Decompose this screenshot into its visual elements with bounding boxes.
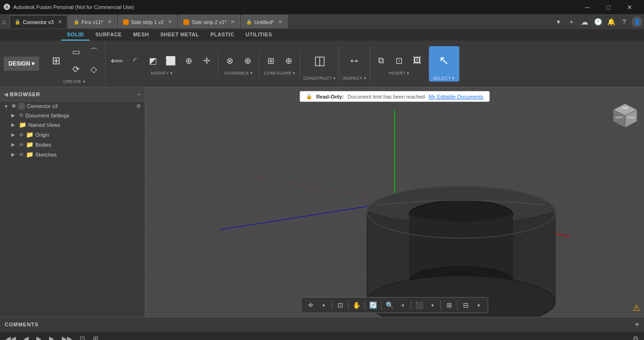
display-dropdown[interactable]: ▾ (427, 299, 439, 311)
tab-connector-label: Connector v3 (23, 19, 53, 25)
browser-sketches[interactable]: ▶ 👁 📁 Sketches (0, 149, 145, 159)
ribbon-tab-utilities[interactable]: UTILITIES (240, 29, 278, 41)
origin-eye-icon[interactable]: 👁 (19, 132, 24, 138)
tab-fins[interactable]: 🔒 Fins v11* ✕ (68, 15, 117, 28)
shell-button[interactable]: ⬜ (162, 52, 179, 69)
joint-button[interactable]: ⊗ (221, 52, 238, 69)
extrude-button[interactable]: ▭ (67, 43, 84, 60)
user-avatar[interactable]: 👤 (632, 17, 642, 27)
zoom-dropdown[interactable]: ▾ (397, 299, 409, 311)
root-visibility-icon[interactable]: 👁 (11, 103, 17, 109)
assemble-label[interactable]: ASSEMBLE ▾ (224, 71, 253, 75)
tab-sidestrip2[interactable]: Side strip 2 v1* ✕ (178, 15, 240, 28)
home-icon[interactable]: ⌂ (2, 18, 6, 25)
notifications-icon[interactable]: 🔔 (605, 16, 617, 27)
browser-named-views[interactable]: ▶ 📁 Named Views (0, 120, 145, 130)
timeline-icon1[interactable]: ⊡ (78, 334, 87, 340)
insert-btn3[interactable]: 🖼 (409, 52, 426, 69)
construct-label[interactable]: CONSTRUCT ▾ (303, 76, 336, 81)
joint-origin-button[interactable]: ⊕ (239, 52, 256, 69)
select-main-button[interactable]: ↖ (432, 47, 456, 75)
tab-untitled[interactable]: 🔒 Untitled* ✕ (241, 15, 288, 28)
editable-documents-link[interactable]: My Editable Documents (429, 94, 483, 100)
nav-cube-svg[interactable]: TOP FRONT RIGHT (611, 101, 639, 130)
minimize-button[interactable]: ─ (577, 0, 598, 14)
next-frame-button[interactable]: ▶ (47, 334, 56, 340)
first-frame-button[interactable]: ◀◀ (4, 334, 18, 340)
modify-label[interactable]: MODIFY ▾ (151, 71, 173, 75)
inspect-label[interactable]: INSPECT ▾ (342, 76, 366, 81)
create-label[interactable]: CREATE ▾ (63, 79, 85, 84)
play-button[interactable]: ▶ (34, 334, 43, 340)
select-main-icon: ↖ (439, 53, 449, 68)
display-mode-button[interactable]: ⬛ (413, 299, 426, 311)
effects-button[interactable]: ⊟ (460, 299, 472, 311)
viewport[interactable]: 🔒 Read-Only: Document limit has been rea… (145, 87, 644, 317)
pan-button[interactable]: ✋ (351, 299, 363, 311)
cloud-icon[interactable]: ☁ (579, 16, 590, 27)
insert-btn1[interactable]: ⧉ (373, 52, 390, 69)
help-icon[interactable]: ? (619, 16, 630, 27)
timeline-icon2[interactable]: ⊞ (91, 334, 100, 340)
orbit-look-button[interactable]: 🔄 (367, 299, 380, 311)
bodies-eye-icon[interactable]: 👁 (19, 142, 24, 148)
tab-sidestrip1[interactable]: Side strip 1 v2 ✕ (118, 15, 178, 28)
revolve-button[interactable]: ⟳ (67, 61, 84, 78)
tab-connector-close[interactable]: ✕ (58, 19, 62, 25)
history-icon[interactable]: 🕐 (592, 16, 603, 27)
bodies-label: Bodies (35, 142, 51, 148)
browser-root-options[interactable]: ⚙ (136, 103, 141, 109)
ribbon-tab-sheetmetal[interactable]: SHEET METAL (155, 29, 205, 41)
insert-btn2[interactable]: ⊡ (391, 52, 408, 69)
sketches-eye-icon[interactable]: 👁 (19, 152, 24, 158)
design-dropdown-button[interactable]: DESIGN ▾ (4, 57, 39, 71)
move-button[interactable]: ✛ (198, 52, 215, 69)
select-label[interactable]: SELECT ▾ (433, 76, 455, 81)
browser-back-icon[interactable]: ◀ (4, 91, 8, 98)
prev-frame-button[interactable]: ◀ (22, 334, 31, 340)
construct-main-icon: ◫ (314, 53, 326, 68)
fillet-button[interactable]: ◜ (126, 52, 143, 69)
ribbon-tab-plastic[interactable]: PLASTIC (205, 29, 240, 41)
grid-button[interactable]: ⊞ (443, 299, 455, 311)
configure-btn1[interactable]: ⊞ (262, 52, 279, 69)
settings-gear-icon-status[interactable]: ⚙ (631, 334, 640, 340)
tab-dropdown-button[interactable]: ▾ (553, 16, 564, 27)
browser-origin[interactable]: ▶ 👁 📁 Origin (0, 130, 145, 140)
maximize-button[interactable]: □ (598, 0, 619, 14)
tab-untitled-close[interactable]: ✕ (278, 19, 282, 25)
inspect-main-button[interactable]: ↔ (342, 47, 367, 75)
press-pull-button[interactable]: ⟸ (108, 52, 125, 69)
orbit-button[interactable]: ✛ (305, 299, 317, 311)
ribbon: SOLID SURFACE MESH SHEET METAL PLASTIC U… (0, 29, 644, 87)
construct-main-button[interactable]: ◫ (307, 47, 332, 75)
browser-root-item[interactable]: ▼ 👁 Connector v3 ⚙ (0, 101, 145, 111)
insert-label[interactable]: INSERT ▾ (389, 71, 410, 75)
ribbon-tab-surface[interactable]: SURFACE (90, 29, 127, 41)
browser-collapse-button[interactable]: − (137, 91, 141, 98)
tab-fins-close[interactable]: ✕ (107, 19, 112, 25)
tab-sidestrip1-close[interactable]: ✕ (168, 19, 172, 25)
ribbon-tab-mesh[interactable]: MESH (127, 29, 155, 41)
ribbon-tab-solid[interactable]: SOLID (61, 29, 90, 41)
sweep-button[interactable]: ⌒ (85, 43, 102, 60)
comments-add-button[interactable]: + (635, 320, 639, 329)
configure-btn2[interactable]: ⊕ (280, 52, 297, 69)
chamfer-button[interactable]: ◩ (144, 52, 161, 69)
browser-bodies[interactable]: ▶ 👁 📁 Bodies (0, 140, 145, 149)
nav-cube[interactable]: TOP FRONT RIGHT (611, 101, 639, 130)
close-button[interactable]: ✕ (619, 0, 640, 14)
orbit-dropdown[interactable]: ▾ (318, 299, 330, 311)
configure-label[interactable]: CONFIGURE ▾ (264, 71, 296, 75)
browser-doc-settings[interactable]: ▶ ⚙ Document Settings (0, 111, 145, 120)
tab-connector[interactable]: 🔒 Connector v3 ✕ (9, 15, 67, 28)
zoom-button[interactable]: 🔍 (384, 299, 396, 311)
new-component-button[interactable]: ⊞ (46, 49, 66, 73)
last-frame-button[interactable]: ▶▶ (60, 334, 74, 340)
effects-dropdown[interactable]: ▾ (473, 299, 485, 311)
combine-button[interactable]: ⊕ (180, 52, 197, 69)
new-tab-button[interactable]: + (566, 16, 577, 27)
loft-button[interactable]: ◇ (85, 61, 102, 78)
tab-sidestrip2-close[interactable]: ✕ (231, 19, 235, 25)
fit-button[interactable]: ⊡ (334, 299, 347, 311)
